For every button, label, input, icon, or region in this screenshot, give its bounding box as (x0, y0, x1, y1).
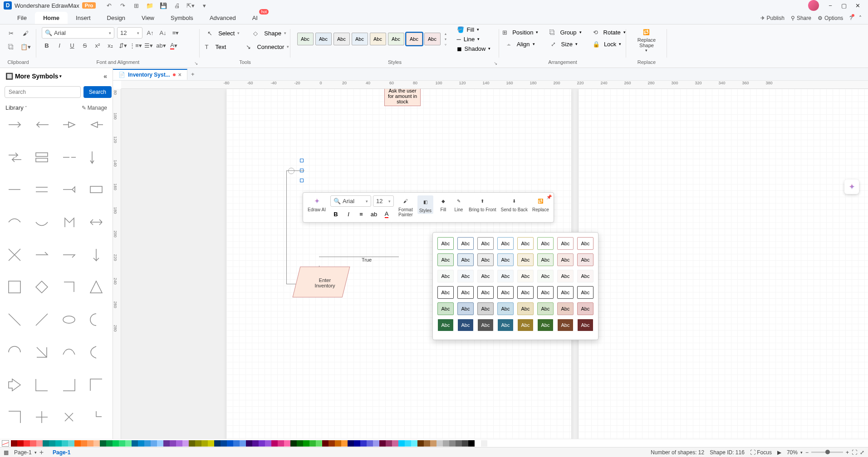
color-swatch[interactable] (411, 440, 417, 447)
italic-button[interactable]: I (54, 40, 64, 50)
zoom-value[interactable]: 70% (787, 449, 798, 456)
color-swatch[interactable] (163, 440, 170, 447)
style-popup-swatch[interactable]: Abc (497, 302, 514, 315)
select-tool[interactable]: ↖ (204, 27, 216, 39)
style-popup-swatch[interactable]: Abc (457, 253, 474, 266)
play-button[interactable]: ▶ (777, 449, 781, 456)
color-swatch[interactable] (290, 440, 297, 447)
mini-fill-button[interactable]: ◆Fill (438, 195, 449, 212)
style-popup-swatch[interactable]: Abc (577, 302, 593, 315)
line-spacing-button[interactable]: ⋮≡▾ (131, 40, 141, 50)
menu-view[interactable]: View (133, 12, 162, 24)
color-swatch[interactable] (348, 440, 354, 447)
styles-expand-icon[interactable]: ↘ (494, 61, 497, 66)
superscript-button[interactable]: x² (93, 40, 103, 50)
zoom-in-button[interactable]: + (846, 449, 849, 456)
library-shape[interactable] (4, 148, 25, 166)
mini-styles-button[interactable]: ◧Styles (417, 195, 433, 214)
color-swatch[interactable] (221, 440, 227, 447)
color-swatch[interactable] (462, 440, 468, 447)
current-page-tab[interactable]: Page-1 (49, 448, 74, 457)
fill-dropdown[interactable]: 🪣Fill▾ (455, 25, 493, 34)
library-shape[interactable] (85, 116, 107, 134)
style-swatch[interactable]: Abc (352, 33, 368, 45)
library-shape[interactable] (31, 376, 53, 394)
cut-button[interactable]: ✂ (5, 27, 17, 39)
library-shape[interactable] (58, 343, 80, 361)
font-color-button[interactable]: A▾ (169, 40, 179, 50)
style-popup-swatch[interactable]: Abc (437, 302, 454, 315)
style-popup-swatch[interactable]: Abc (457, 270, 474, 282)
color-swatch[interactable] (240, 440, 246, 447)
library-shape[interactable] (4, 311, 25, 329)
style-popup-swatch[interactable]: Abc (557, 286, 574, 299)
mini-send-back[interactable]: ⬇Send to Back (501, 195, 528, 212)
style-swatch[interactable]: Abc (297, 33, 314, 45)
library-shape[interactable] (58, 246, 80, 264)
mini-format-painter[interactable]: 🖌Format Painter (398, 195, 413, 217)
library-shape[interactable] (58, 213, 80, 231)
maximize-button[interactable]: ▢ (837, 0, 851, 11)
close-window-button[interactable]: ✕ (851, 0, 864, 11)
print-button[interactable]: 🖨 (173, 1, 181, 10)
subscript-button[interactable]: x₂ (105, 40, 115, 50)
style-popup-swatch[interactable]: Abc (557, 237, 574, 250)
library-shape[interactable] (31, 180, 53, 199)
connector[interactable] (286, 170, 304, 171)
menu-advanced[interactable]: Advanced (201, 12, 244, 24)
library-shape[interactable] (4, 408, 25, 426)
color-swatch[interactable] (379, 440, 386, 447)
color-swatch[interactable] (113, 440, 119, 447)
library-shape[interactable] (31, 116, 53, 134)
undo-button[interactable]: ↶ (105, 1, 113, 10)
library-shape[interactable] (4, 376, 25, 394)
no-fill-swatch[interactable] (2, 440, 9, 447)
library-shape[interactable] (85, 213, 107, 231)
new-button[interactable]: ⊞ (132, 1, 140, 10)
style-popup-swatch[interactable]: Abc (517, 319, 534, 331)
font-size-select[interactable]: 12▾ (117, 27, 142, 39)
add-page-button[interactable]: + (39, 448, 44, 457)
color-swatch[interactable] (417, 440, 424, 447)
publish-button[interactable]: ✈Publish (760, 15, 785, 21)
decrease-font-button[interactable]: A↓ (158, 28, 168, 38)
open-button[interactable]: 📁 (146, 1, 154, 10)
color-swatch[interactable] (456, 440, 462, 447)
color-swatch[interactable] (182, 440, 189, 447)
library-shape[interactable] (4, 278, 25, 296)
redo-button[interactable]: ↷ (118, 1, 127, 10)
ai-fab-button[interactable]: ✦ (844, 180, 859, 194)
color-swatch[interactable] (430, 440, 436, 447)
library-shape[interactable] (58, 180, 80, 199)
size-button[interactable]: ⤢ (549, 39, 559, 49)
color-swatch[interactable] (259, 440, 265, 447)
document-tab[interactable]: 📄 Inventory Syst... × (113, 69, 187, 80)
increase-font-button[interactable]: A↑ (145, 28, 155, 38)
export-button[interactable]: ⇱▾ (186, 1, 195, 10)
color-swatch[interactable] (93, 440, 100, 447)
color-swatch[interactable] (81, 440, 87, 447)
format-painter-button[interactable]: 🖌 (20, 27, 31, 39)
style-popup-swatch[interactable]: Abc (457, 286, 474, 299)
style-swatch[interactable]: Abc (370, 33, 386, 45)
library-shape[interactable] (31, 213, 53, 231)
color-swatch[interactable] (354, 440, 360, 447)
style-popup-swatch[interactable]: Abc (477, 237, 494, 250)
mini-bring-front[interactable]: ⬆Bring to Front (469, 195, 496, 212)
color-swatch[interactable] (386, 440, 392, 447)
color-swatch[interactable] (297, 440, 303, 447)
color-swatch[interactable] (11, 440, 17, 447)
color-swatch[interactable] (309, 440, 316, 447)
color-swatch[interactable] (246, 440, 252, 447)
style-popup-swatch[interactable]: Abc (537, 286, 554, 299)
color-swatch[interactable] (125, 440, 132, 447)
mini-font-select[interactable]: 🔍Arial▾ (330, 195, 371, 207)
color-swatch[interactable] (17, 440, 24, 447)
color-swatch[interactable] (119, 440, 125, 447)
pin-toolbar-button[interactable]: 📌 (546, 194, 552, 199)
zoom-out-button[interactable]: − (805, 449, 809, 456)
more-symbols-label[interactable]: More Symbols (15, 73, 59, 80)
style-popup-swatch[interactable]: Abc (537, 237, 554, 250)
symbol-search-button[interactable]: Search (83, 86, 112, 98)
style-popup-swatch[interactable]: Abc (437, 286, 454, 299)
